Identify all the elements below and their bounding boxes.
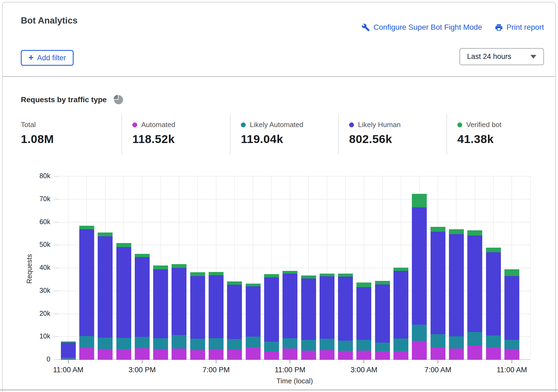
print-link-label: Print report (507, 23, 544, 32)
y-tick (54, 291, 59, 291)
stacked-bar-8-00-am[interactable] (449, 229, 464, 360)
bar-segment-likely-human (98, 236, 113, 338)
bar-segment-likely-automated (486, 335, 501, 347)
section-title: Requests by traffic type (21, 95, 107, 104)
bar-segment-likely-human (449, 234, 464, 336)
wrench-icon (362, 23, 370, 32)
bar-segment-likely-human (172, 268, 186, 335)
bar-segment-likely-automated (264, 342, 279, 351)
bar-segment-verified-bot (449, 229, 464, 234)
bar-segment-likely-automated (79, 336, 94, 348)
stacked-bar-11-00-am[interactable] (504, 269, 519, 360)
bar-segment-likely-automated (172, 335, 186, 348)
bar-segment-likely-automated (356, 340, 371, 351)
stacked-bar-7-00-am[interactable] (431, 227, 445, 360)
bar-segment-verified-bot (172, 264, 186, 268)
stacked-bar-2-00-am[interactable] (338, 274, 353, 360)
y-tick-label: 70k (18, 195, 50, 203)
bar-segment-likely-human (61, 343, 76, 358)
bar-segment-likely-automated (393, 338, 408, 351)
bar-segment-automated (431, 347, 445, 360)
bar-segment-automated (449, 348, 464, 360)
stacked-bar-5-00-am[interactable] (393, 268, 408, 360)
y-tick (54, 176, 59, 177)
add-filter-label: Add filter (37, 54, 66, 62)
bar-segment-verified-bot (209, 272, 224, 275)
automated-legend-dot (132, 122, 137, 127)
bar-segment-automated (79, 348, 94, 360)
bar-segment-automated (338, 351, 353, 360)
y-tick (54, 336, 59, 337)
stacked-bar-4-00-am[interactable] (375, 281, 390, 360)
stacked-bar-12-00-pm[interactable] (79, 226, 94, 360)
bar-segment-likely-human (301, 278, 316, 340)
header-divider (3, 76, 555, 77)
bar-segment-likely-human (504, 276, 519, 340)
bar-segment-likely-human (393, 271, 408, 338)
x-tick-label: 11:00 AM (497, 366, 527, 374)
stacked-bar-2-00-pm[interactable] (116, 243, 131, 360)
stat-likely-automated: Likely Automated 119.04k (241, 121, 303, 146)
stacked-bar-5-00-pm[interactable] (172, 264, 186, 360)
bar-segment-likely-human (486, 252, 501, 335)
bar-segment-likely-human (467, 235, 482, 332)
stacked-bar-1-00-am[interactable] (320, 274, 334, 360)
x-tick (68, 360, 69, 363)
bar-segment-automated (227, 350, 242, 360)
bar-segment-verified-bot (338, 274, 353, 277)
likely-automated-legend-dot (241, 122, 246, 127)
bar-segment-likely-automated (246, 337, 261, 347)
configure-super-bot-fight-mode-link[interactable]: Configure Super Bot Fight Mode (362, 23, 482, 32)
y-tick (54, 222, 59, 222)
stacked-bar-11-00-pm[interactable] (283, 271, 297, 360)
verified-bot-legend-dot (457, 122, 462, 127)
bar-segment-likely-human (153, 269, 168, 338)
stacked-bar-11-00-am[interactable] (61, 341, 76, 360)
stacked-bar-9-00-am[interactable] (467, 230, 482, 360)
print-report-link[interactable]: Print report (495, 23, 544, 32)
bar-segment-automated (301, 351, 316, 360)
time-range-value: Last 24 hours (467, 52, 511, 61)
bar-segment-verified-bot (504, 269, 519, 276)
stacked-bar-4-00-pm[interactable] (153, 265, 168, 360)
bar-segment-automated (135, 348, 150, 360)
bot-analytics-card: Bot Analytics Configure Super Bot Fight … (2, 2, 556, 392)
bar-segment-verified-bot (264, 274, 279, 277)
x-tick (363, 360, 364, 363)
bar-segment-automated (283, 348, 297, 360)
stacked-bar-1-00-pm[interactable] (98, 232, 113, 360)
bar-segment-likely-automated (153, 338, 168, 349)
bar-segment-verified-bot (375, 281, 390, 285)
y-tick-label: 10k (18, 332, 50, 340)
y-gridline (59, 199, 531, 200)
x-tick (511, 360, 512, 363)
bar-segment-likely-automated (283, 338, 297, 348)
bar-segment-likely-automated (116, 338, 131, 349)
bar-segment-verified-bot (190, 272, 205, 276)
bar-segment-likely-human (190, 276, 205, 339)
add-filter-button[interactable]: + Add filter (21, 50, 74, 66)
plus-icon: + (28, 53, 34, 62)
y-tick (54, 245, 59, 245)
stacked-bar-3-00-am[interactable] (356, 283, 371, 360)
stacked-bar-9-00-pm[interactable] (246, 284, 261, 360)
stat-likely-human: Likely Human 802.56k (349, 121, 401, 146)
bar-segment-likely-human (246, 286, 261, 337)
stacked-bar-10-00-pm[interactable] (264, 274, 279, 360)
stacked-bar-3-00-pm[interactable] (135, 254, 150, 360)
bar-segment-verified-bot (227, 281, 242, 285)
bar-segment-likely-human (209, 275, 224, 338)
x-tick (142, 360, 143, 363)
stacked-bar-6-00-pm[interactable] (190, 272, 205, 360)
x-tick-label: 11:00 AM (53, 366, 83, 374)
stacked-bar-10-00-am[interactable] (486, 248, 501, 360)
stacked-bar-8-00-pm[interactable] (227, 281, 242, 360)
stacked-bar-12-00-am[interactable] (301, 275, 316, 360)
bar-segment-likely-automated (338, 341, 353, 351)
stacked-bar-7-00-pm[interactable] (209, 272, 224, 360)
stacked-bar-6-00-am[interactable] (412, 194, 427, 360)
x-tick-label: 3:00 PM (129, 366, 156, 374)
time-range-select[interactable]: Last 24 hours (459, 48, 544, 65)
x-tick-label: 7:00 AM (425, 366, 451, 374)
x-tick-label: 7:00 PM (202, 366, 230, 374)
